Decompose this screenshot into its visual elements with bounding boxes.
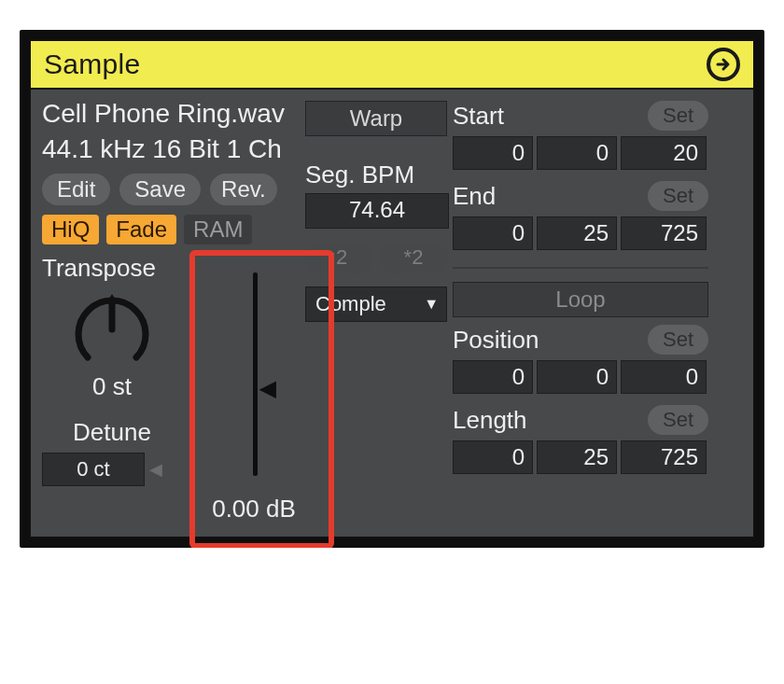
position-label: Position <box>453 326 539 355</box>
position-set-button[interactable]: Set <box>648 325 708 355</box>
ram-toggle[interactable]: RAM <box>184 215 252 244</box>
edit-button[interactable]: Edit <box>42 174 110 205</box>
reverse-button[interactable]: Rev. <box>210 174 277 205</box>
bpm-half-button[interactable]: :2 <box>305 242 372 273</box>
sample-panel: Sample Cell Phone Ring.wav 44.1 kHz 16 B… <box>29 39 755 538</box>
transpose-label: Transpose <box>42 254 182 283</box>
sample-filename: Cell Phone Ring.wav <box>42 99 300 129</box>
length-ticks[interactable]: 725 <box>621 440 707 474</box>
sample-info-column: Cell Phone Ring.wav 44.1 kHz 16 Bit 1 Ch… <box>42 99 300 523</box>
length-set-button[interactable]: Set <box>648 405 708 435</box>
warp-column: Warp Seg. BPM 74.64 :2 *2 Comple ▼ <box>305 99 447 523</box>
warp-mode-dropdown[interactable]: Comple ▼ <box>305 286 447 322</box>
panel-title: Sample <box>44 49 141 80</box>
start-ticks[interactable]: 20 <box>621 136 707 170</box>
gain-slider[interactable]: ▶ <box>235 267 273 482</box>
detune-label: Detune <box>42 418 182 447</box>
slider-thumb-icon: ▶ <box>259 377 276 399</box>
start-set-button[interactable]: Set <box>648 101 708 131</box>
length-value[interactable]: 0 25 725 <box>453 440 708 474</box>
position-value[interactable]: 0 0 0 <box>453 360 708 394</box>
end-ticks[interactable]: 725 <box>621 216 707 250</box>
length-bars[interactable]: 0 <box>453 440 533 474</box>
position-ticks[interactable]: 0 <box>621 360 707 394</box>
end-set-button[interactable]: Set <box>648 181 708 211</box>
arrow-right-circle-icon[interactable] <box>707 48 740 81</box>
start-value[interactable]: 0 0 20 <box>453 136 708 170</box>
gain-value: 0.00 dB <box>212 495 296 523</box>
length-beats[interactable]: 25 <box>537 440 617 474</box>
start-label: Start <box>453 102 504 131</box>
sample-format: 44.1 kHz 16 Bit 1 Ch <box>42 134 300 164</box>
start-bars[interactable]: 0 <box>453 136 533 170</box>
detune-value[interactable]: 0 ct <box>42 453 145 486</box>
window-frame: Sample Cell Phone Ring.wav 44.1 kHz 16 B… <box>20 30 764 548</box>
divider <box>453 267 708 269</box>
hiq-toggle[interactable]: HiQ <box>42 215 99 244</box>
warp-mode-value: Comple <box>315 292 386 316</box>
loop-toggle[interactable]: Loop <box>453 282 708 317</box>
gain-slider-area: ▶ 0.00 dB <box>199 254 309 523</box>
seg-bpm-value[interactable]: 74.64 <box>305 193 449 229</box>
length-label: Length <box>453 406 527 435</box>
fade-toggle[interactable]: Fade <box>106 215 176 244</box>
end-bars[interactable]: 0 <box>453 216 533 250</box>
end-beats[interactable]: 25 <box>537 216 617 250</box>
chevron-down-icon: ▼ <box>424 296 439 313</box>
end-label: End <box>453 182 496 211</box>
position-beats[interactable]: 0 <box>537 360 617 394</box>
warp-toggle[interactable]: Warp <box>305 101 447 136</box>
end-value[interactable]: 0 25 725 <box>453 216 708 250</box>
save-button[interactable]: Save <box>119 174 201 205</box>
panel-titlebar: Sample <box>31 41 753 90</box>
position-column: Start Set 0 0 20 End Set 0 25 725 <box>453 99 708 523</box>
bpm-double-button[interactable]: *2 <box>380 242 447 273</box>
transpose-knob[interactable] <box>71 288 153 370</box>
seg-bpm-label: Seg. BPM <box>305 161 447 189</box>
start-beats[interactable]: 0 <box>537 136 617 170</box>
position-bars[interactable]: 0 <box>453 360 533 394</box>
transpose-value: 0 st <box>42 372 182 401</box>
